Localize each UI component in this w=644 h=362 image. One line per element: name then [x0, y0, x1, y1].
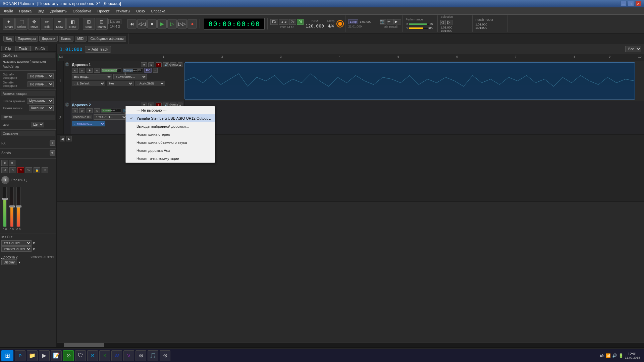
track-a-btn-2[interactable]: ✱ — [87, 108, 93, 113]
time-scale-select[interactable]: Музыкаль... — [27, 98, 54, 104]
dropdown-item-outputs[interactable]: Выходы выбранной дорожки... — [126, 122, 215, 130]
taskbar-excel[interactable]: X — [99, 350, 110, 361]
track-input-select-1[interactable]: Все Вход... — [72, 74, 112, 79]
menu-help[interactable]: Справка — [148, 8, 168, 14]
fader-track-1[interactable] — [3, 187, 7, 227]
sel-next-button[interactable]: ▷ — [447, 20, 452, 25]
record-button[interactable]: ● — [187, 19, 197, 28]
play-button[interactable]: ▶ — [157, 19, 167, 28]
menu-utilities[interactable]: Утилиты — [113, 8, 133, 14]
menu-process[interactable]: Обработка — [70, 8, 94, 14]
taskbar-viber[interactable]: V — [123, 350, 134, 361]
taskbar-app4[interactable]: ⊛ — [160, 350, 170, 361]
add-track-button[interactable]: + Add Track — [85, 46, 111, 53]
clips-dropdown[interactable]: Клипы — [59, 36, 74, 42]
track-icon-1[interactable]: 🎵 — [65, 62, 69, 66]
ri-button[interactable]: RI — [297, 19, 304, 25]
fader-track-3[interactable] — [16, 187, 20, 227]
taskbar-app2[interactable]: ⊗ — [136, 350, 146, 361]
add-fx-button[interactable]: + — [50, 140, 55, 146]
dropdown-item-new-aux[interactable]: Новая дорожка Aux — [126, 146, 215, 155]
pan-knob[interactable] — [1, 176, 9, 184]
track-add-btn-1[interactable]: + — [153, 68, 158, 73]
erase-tool-button[interactable]: ◧ Erase — [66, 18, 78, 30]
track-e-btn-1[interactable]: A — [94, 68, 100, 73]
ctrl-icon1[interactable]: ⊕ — [1, 160, 8, 166]
stop-button[interactable]: ■ — [147, 19, 157, 28]
m2-button[interactable]: M — [42, 167, 48, 173]
prev-marker-button[interactable]: ◁◁ — [137, 19, 147, 28]
level-slider-2[interactable]: Уровень 0.0 — [101, 109, 121, 113]
minimize-button[interactable]: — — [621, 1, 627, 6]
play-from-start-button[interactable]: ▷ — [167, 19, 177, 28]
select-tool-button[interactable]: ⬚ Select — [15, 18, 28, 30]
fader-track-2[interactable] — [10, 187, 14, 227]
m-button[interactable]: M — [1, 167, 8, 173]
bpm-value[interactable]: 120.000 — [306, 23, 324, 28]
audio-clip-1[interactable] — [184, 62, 635, 100]
taskbar-chrome[interactable]: ⊙ — [63, 350, 74, 361]
track-input-select-2[interactable]: ↑ YSUAU1... — [94, 114, 127, 120]
tracks-dropdown[interactable]: Дорожки — [39, 36, 57, 42]
tab-clip[interactable]: Clip — [1, 46, 14, 51]
track-r-btn-2[interactable]: R — [72, 108, 78, 113]
undo-icon[interactable]: ↩ — [387, 19, 394, 24]
track-collapse-1[interactable]: ▲ — [178, 62, 182, 67]
track-clip-label-1[interactable]: Клипы — [170, 62, 176, 67]
recall-button[interactable]: ▶ — [394, 19, 401, 24]
tab-proch[interactable]: ProCh — [32, 46, 48, 51]
taskbar-ie[interactable]: e — [15, 350, 25, 361]
fx-dropdown[interactable]: Свободные эффекты — [88, 36, 126, 42]
fx-button[interactable]: FX — [270, 19, 278, 25]
start-button[interactable]: ⊞ — [1, 350, 13, 361]
track-w-btn-2[interactable]: W — [79, 108, 85, 113]
write-button[interactable]: W — [25, 167, 32, 173]
taskbar-media[interactable]: ▶ — [39, 350, 50, 361]
offline-render-select[interactable]: По умолч... — [28, 73, 54, 79]
taskbar-folder[interactable]: 📁 — [27, 350, 38, 361]
menu-edit[interactable]: Правка — [16, 8, 34, 14]
rewind-to-start-button[interactable]: ⏮ — [127, 19, 137, 28]
fader-knob-1[interactable] — [2, 198, 8, 200]
online-render-select[interactable]: По умолч... — [28, 81, 54, 87]
track-s-1[interactable]: S — [148, 62, 154, 67]
r-button[interactable]: R — [17, 167, 24, 173]
dropdown-item-yamaha[interactable]: ✓ Yamaha Steinberg USB ASIO UR12 Output … — [126, 114, 215, 122]
track-rec-1[interactable]: ● — [156, 62, 162, 67]
timesig-value[interactable]: 4/4 — [328, 23, 334, 28]
level-slider-1[interactable]: Уровень (101 — [101, 68, 121, 72]
loop-toggle-button[interactable]: Loop — [348, 19, 358, 24]
track-fx2-select-1[interactable]: ↓ AcstcGtrSt — [135, 81, 165, 86]
midi-dropdown[interactable]: MIDI — [75, 36, 87, 42]
fader-knob-2[interactable] — [9, 205, 15, 207]
edit-tool-button[interactable]: ✏ Edit — [41, 18, 53, 30]
dropdown-item-new-surround[interactable]: Новая шина объемного звука — [126, 138, 215, 146]
taskbar-notepad[interactable]: 📝 — [51, 350, 62, 361]
draw-tool-button[interactable]: ✒ Draw — [54, 18, 66, 30]
s-button[interactable]: S — [9, 167, 16, 173]
next-marker-button[interactable]: ▷▷ — [177, 19, 187, 28]
dropdown-item-not-selected[interactable]: --- Не выбрано --- — [126, 106, 215, 114]
track-vol-icon-1[interactable]: 🔊 — [163, 62, 169, 67]
display-arrow[interactable]: ▼ — [18, 261, 21, 264]
menu-file[interactable]: Файл — [1, 8, 16, 14]
track-w-btn-1[interactable]: W — [79, 68, 85, 73]
snap-button[interactable]: ⊞ Snap — [83, 18, 95, 30]
track-bus-select-1[interactable]: ↓ 1: Default — [72, 81, 105, 86]
tab-track[interactable]: Track — [15, 46, 31, 51]
move-tool-button[interactable]: ✥ Move — [28, 18, 40, 30]
close-button[interactable]: ✕ — [635, 1, 641, 6]
output-select[interactable]: ↓YmStnUAU12OL — [1, 246, 32, 252]
track-a-btn-1[interactable]: ✱ — [87, 68, 93, 73]
lock-button[interactable]: 🔒 — [34, 167, 40, 173]
input-select[interactable]: ↑YSUAU121 — [1, 240, 32, 246]
params-dropdown[interactable]: Параметры — [15, 36, 38, 42]
menu-view[interactable]: Вид — [35, 8, 47, 14]
view-dropdown[interactable]: Вид — [3, 36, 14, 42]
expand-btn-2[interactable]: ▶ — [66, 136, 72, 141]
track-r-btn-1[interactable]: R — [72, 68, 78, 73]
track-icon-2[interactable]: 🎵 — [65, 103, 69, 107]
fader-knob-3[interactable] — [16, 205, 21, 207]
sel-prev-button[interactable]: ◁ — [440, 20, 446, 25]
track-fx-btn-1[interactable]: FX — [144, 68, 152, 73]
